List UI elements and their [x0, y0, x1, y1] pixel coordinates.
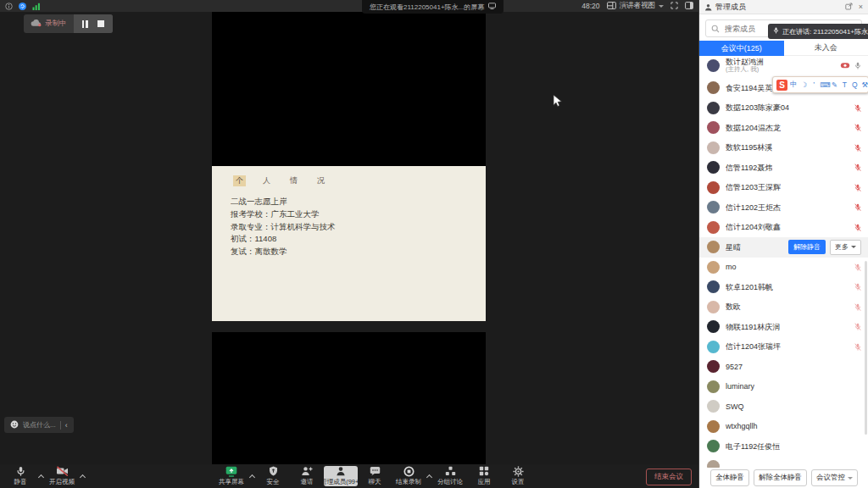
participant-row[interactable]: 软卓1201韩帆 — [699, 277, 868, 297]
toolbar-item-label: 管理成员(99+) — [320, 478, 361, 486]
participant-row[interactable]: 数据1203陈家豪04 — [699, 98, 868, 119]
avatar — [707, 261, 720, 274]
mic-muted-icon[interactable] — [854, 299, 861, 314]
toolbar-item-breakout[interactable]: 分组讨论 — [433, 464, 467, 488]
toolbar-item-stop-record[interactable]: 结束录制 — [392, 464, 426, 488]
participant-row[interactable]: 信计1204刘敬鑫 — [699, 218, 868, 238]
mic-muted-icon[interactable] — [854, 280, 861, 295]
participant-row[interactable]: 信管1192聂炜 — [699, 158, 868, 178]
chevron-up-icon[interactable] — [79, 464, 86, 488]
avatar — [707, 320, 720, 333]
end-meeting-button[interactable]: 结束会议 — [646, 469, 692, 485]
mic-muted-icon[interactable] — [854, 160, 861, 175]
participant-name: 软卓1201韩帆 — [726, 283, 773, 291]
participant-row[interactable]: 信计1202王炬杰 — [699, 197, 868, 218]
participant-row[interactable]: 数计赵鸿洲 (主持人, 我) — [699, 53, 868, 78]
more-button[interactable]: 更多 — [830, 240, 861, 255]
ime-toolbar[interactable]: S 中☽’⌨✎TQ⚒ — [772, 76, 868, 93]
apps-icon — [479, 466, 489, 477]
handwriting-icon[interactable]: ✎ — [831, 80, 839, 89]
mic-muted-icon[interactable] — [854, 219, 861, 235]
toolbar-item-cam-off[interactable]: 开启视频 — [45, 464, 79, 488]
participant-list[interactable]: 数计赵鸿洲 (主持人, 我) 食安1194吴英群 数据1203陈家豪04 数据1… — [699, 53, 868, 486]
info-icon[interactable] — [5, 0, 13, 14]
footer-button-0[interactable]: 全体静音 — [710, 469, 749, 486]
participant-name: 数据1204温杰龙 — [726, 124, 781, 132]
toolbar-item-share-screen[interactable]: 共享屏幕 — [214, 464, 248, 488]
toolbar-item-members[interactable]: 管理成员(99+) — [324, 466, 358, 486]
participant-row[interactable]: 信管1203王深辉 — [699, 178, 868, 198]
mic-muted-icon[interactable] — [854, 140, 861, 155]
participant-row[interactable]: mo — [699, 258, 868, 278]
mic-muted-icon[interactable] — [854, 120, 861, 136]
participant-row[interactable]: SWQ — [699, 396, 868, 417]
participant-row[interactable]: 9527 — [699, 357, 868, 377]
toolbar-item-shield[interactable]: 安全 — [256, 464, 290, 488]
toolbar-item-apps[interactable]: 应用 — [467, 464, 501, 488]
toolbar-item-invite[interactable]: 邀请 — [290, 464, 324, 488]
toolbar-item-mic[interactable]: 静音 — [3, 464, 37, 488]
participant-row[interactable]: wtxhgqllh — [699, 417, 868, 437]
shared-document: 个人情况 二战一志愿上岸报考学校：广东工业大学录取专业：计算机科学与技术初试：1… — [212, 166, 486, 321]
participant-row[interactable]: 信计1204张瑞坪 — [699, 337, 868, 358]
mic-muted-icon[interactable] — [854, 319, 861, 335]
participant-name: 数软1195林溪 — [726, 143, 772, 152]
search-icon[interactable]: Q — [851, 80, 860, 89]
toolbox-icon[interactable]: ⚒ — [861, 80, 868, 89]
close-icon[interactable]: × — [859, 3, 863, 11]
chevron-up-icon[interactable] — [248, 464, 256, 488]
participant-row[interactable]: 数欧 — [699, 297, 868, 318]
participant-row[interactable]: 电子1192任俊恒 — [699, 436, 868, 457]
layout-icon[interactable] — [685, 2, 693, 11]
toolbar-item-label: 静音 — [14, 478, 27, 486]
mic-muted-icon[interactable] — [854, 180, 861, 195]
doc-section-tab: 况 — [314, 175, 327, 186]
mic-muted-icon[interactable] — [854, 259, 861, 274]
pause-recording-button[interactable] — [80, 19, 91, 30]
fullscreen-icon[interactable] — [670, 2, 678, 11]
participant-name: 数据1203陈家豪04 — [726, 103, 789, 112]
mic-muted-icon[interactable] — [854, 339, 861, 354]
punctuation-icon[interactable]: ’ — [810, 80, 819, 89]
soft-keyboard-icon[interactable]: ⌨ — [821, 80, 829, 89]
chevron-up-icon[interactable] — [37, 464, 45, 488]
list-scrollbar[interactable] — [865, 261, 867, 435]
footer-button-1[interactable]: 解除全体静音 — [754, 469, 807, 486]
skin-icon[interactable]: T — [841, 80, 849, 89]
toolbar-item-chat[interactable]: 聊天 — [358, 464, 392, 488]
participant-row[interactable]: 数据1204温杰龙 — [699, 118, 868, 138]
network-signal-icon — [32, 0, 41, 14]
mic-muted-icon[interactable] — [854, 200, 861, 215]
participant-row[interactable]: 数软1195林溪 — [699, 138, 868, 158]
chat-placeholder[interactable]: 说点什么... — [23, 420, 56, 430]
divider — [60, 421, 61, 430]
participant-row[interactable]: 星晴 解除静音 更多 — [699, 237, 868, 258]
view-mode-label: 演讲者视图 — [620, 1, 656, 11]
avatar — [707, 59, 720, 72]
panel-footer: 全体静音解除全体静音会议管控 — [699, 468, 868, 488]
ime-logo-icon[interactable]: S — [776, 80, 787, 91]
stop-recording-button[interactable] — [96, 19, 107, 30]
lang-cn-icon[interactable]: 中 — [790, 80, 798, 90]
unmute-button[interactable]: 解除静音 — [788, 240, 826, 254]
popout-icon[interactable] — [845, 3, 853, 12]
shared-screen-page-bottom — [212, 332, 486, 474]
view-mode-dropdown[interactable]: 演讲者视图 — [607, 1, 665, 11]
toolbar-center-group: 共享屏幕 安全 邀请 管理成员(99+) 聊天 结束录制 分组讨论 应用 设置 — [214, 464, 535, 488]
moon-icon[interactable]: ☽ — [800, 80, 809, 89]
invite-icon — [301, 466, 313, 477]
participant-name: 9527 — [726, 363, 743, 371]
collapse-chat-icon[interactable]: ‹ — [65, 421, 68, 430]
participant-name: mo — [726, 263, 737, 271]
mic-on-icon[interactable] — [854, 58, 861, 73]
participant-row[interactable]: 物联1191林庆润 — [699, 317, 868, 337]
doc-line: 录取专业：计算机科学与技术 — [231, 221, 486, 234]
quick-chat-bar[interactable]: 说点什么... ‹ — [4, 417, 74, 433]
chevron-up-icon[interactable] — [426, 464, 433, 488]
footer-button-2[interactable]: 会议管控 — [811, 469, 858, 486]
toolbar-item-gear[interactable]: 设置 — [501, 464, 535, 488]
meeting-app-icon[interactable] — [19, 0, 26, 14]
mic-muted-icon[interactable] — [854, 100, 861, 115]
participant-row[interactable]: luminary — [699, 377, 868, 397]
emoji-icon[interactable] — [10, 420, 19, 430]
